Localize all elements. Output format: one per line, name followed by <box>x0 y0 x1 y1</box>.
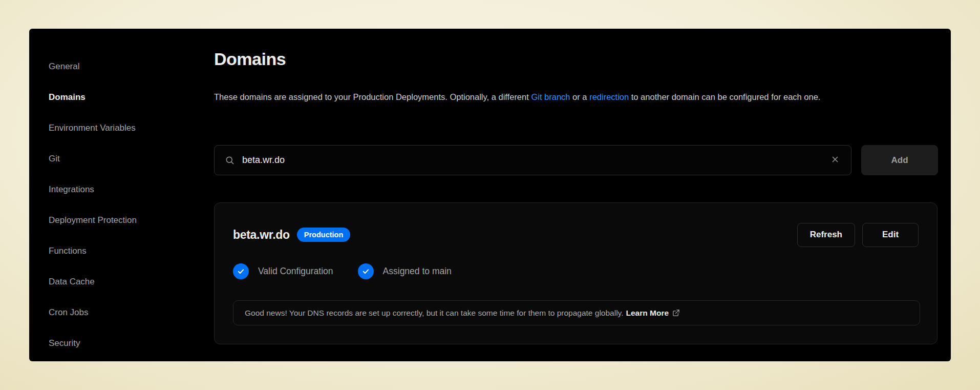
domain-input[interactable] <box>242 155 828 166</box>
clear-input-button[interactable] <box>828 153 842 168</box>
domain-status-row: Valid Configuration Assigned to main <box>233 263 452 279</box>
sidebar-item-environment-variables[interactable]: Environment Variables <box>49 113 192 143</box>
check-circle-icon <box>233 263 249 279</box>
sidebar-item-general[interactable]: General <box>49 51 192 82</box>
check-circle-icon <box>358 263 374 279</box>
assigned-to-main-status: Assigned to main <box>358 263 452 279</box>
settings-panel: General Domains Environment Variables Gi… <box>29 29 951 361</box>
sidebar-item-functions[interactable]: Functions <box>49 236 192 266</box>
add-domain-row: Add <box>214 145 938 175</box>
add-domain-button[interactable]: Add <box>861 145 938 175</box>
production-badge: Production <box>297 228 351 242</box>
redirection-link[interactable]: redirection <box>589 92 629 101</box>
sidebar-item-data-cache[interactable]: Data Cache <box>49 266 192 297</box>
domain-card-actions: Refresh Edit <box>797 223 919 247</box>
sidebar-item-cron-jobs[interactable]: Cron Jobs <box>49 297 192 328</box>
domain-card-header: beta.wr.do Production Refresh Edit <box>233 222 919 247</box>
domain-input-container[interactable] <box>214 145 851 175</box>
sidebar-item-deployment-protection[interactable]: Deployment Protection <box>49 205 192 236</box>
external-link-icon <box>672 309 680 317</box>
description-text-middle: or a <box>570 92 590 101</box>
status-label: Assigned to main <box>383 266 452 277</box>
refresh-button[interactable]: Refresh <box>797 223 855 247</box>
git-branch-link[interactable]: Git branch <box>531 92 570 101</box>
sidebar-item-git[interactable]: Git <box>49 143 192 174</box>
learn-more-link[interactable]: Learn More <box>626 309 669 318</box>
section-description: These domains are assigned to your Produ… <box>214 89 900 105</box>
page-title: Domains <box>214 49 286 69</box>
settings-sidebar: General Domains Environment Variables Gi… <box>49 51 192 359</box>
search-icon <box>225 155 235 166</box>
sidebar-item-domains[interactable]: Domains <box>49 82 192 113</box>
dns-notice-text: Good news! Your DNS records are set up c… <box>245 309 624 318</box>
domain-card: beta.wr.do Production Refresh Edit Valid… <box>214 202 938 344</box>
edit-button[interactable]: Edit <box>862 223 919 247</box>
dns-notice: Good news! Your DNS records are set up c… <box>233 300 920 325</box>
status-label: Valid Configuration <box>258 266 333 277</box>
sidebar-item-security[interactable]: Security <box>49 328 192 359</box>
sidebar-item-integrations[interactable]: Integrations <box>49 174 192 205</box>
valid-configuration-status: Valid Configuration <box>233 263 333 279</box>
domain-name: beta.wr.do <box>233 228 290 242</box>
description-text-before: These domains are assigned to your Produ… <box>214 92 531 101</box>
close-icon <box>830 155 840 166</box>
description-text-after: to another domain can be configured for … <box>629 92 820 101</box>
